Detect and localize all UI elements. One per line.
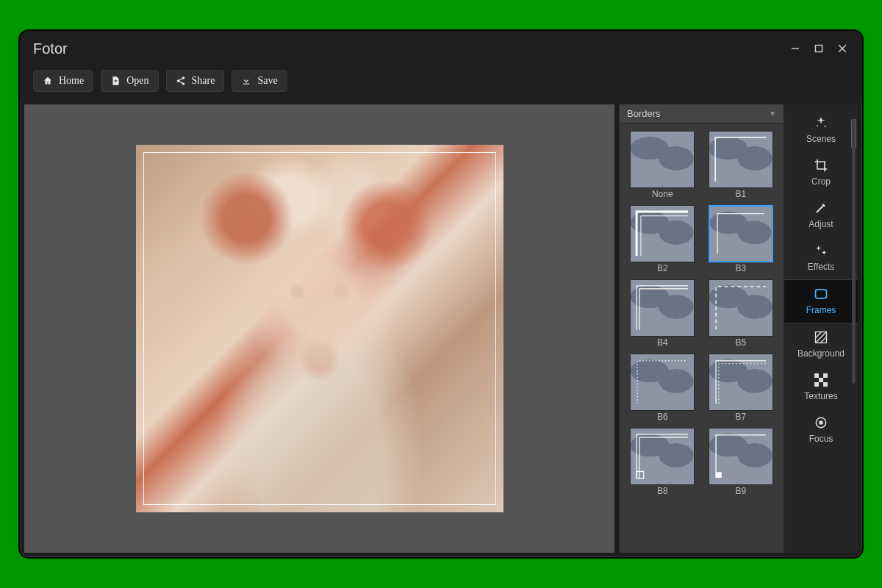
tool-scenes[interactable]: Scenes [784,109,858,151]
titlebar: Fotor [20,31,862,66]
tool-sidebar: Scenes Crop Adjust Effects [784,104,858,553]
pencil-icon [813,200,829,216]
tool-focus[interactable]: Focus [784,409,858,451]
border-thumb-b1[interactable]: B1 [706,131,777,199]
tool-label: Background [797,348,845,359]
checker-icon [813,372,829,388]
toolbar: Home Open Share Save [20,66,862,100]
window-controls [789,42,849,55]
home-button[interactable]: Home [33,70,93,92]
tool-label: Scenes [806,134,836,144]
canvas-area[interactable] [24,104,614,553]
save-button[interactable]: Save [232,70,287,92]
sparkle-icon [813,115,829,131]
tool-crop[interactable]: Crop [784,151,858,194]
share-button[interactable]: Share [166,70,225,92]
tool-textures[interactable]: Textures [784,366,858,409]
svg-rect-11 [243,84,249,85]
minimize-button[interactable] [789,42,802,55]
tool-effects[interactable]: Effects [784,237,858,279]
border-thumb-b8[interactable]: B8 [627,428,698,496]
thumb-label: None [652,189,673,199]
tool-label: Frames [806,305,836,315]
thumb-label: B7 [735,412,746,422]
thumb-label: B5 [735,337,746,348]
svg-rect-24 [814,382,819,387]
svg-line-10 [179,82,182,84]
target-icon [813,415,829,431]
button-label: Save [257,75,277,87]
borders-panel: Borders ▼ None B1 B [619,104,784,553]
share-icon [176,76,186,86]
border-thumb-b6[interactable]: B6 [627,354,698,422]
frame-icon [813,286,829,302]
app-title: Fotor [33,40,68,57]
crop-icon [813,157,829,173]
border-thumb-b7[interactable]: B7 [706,354,777,422]
collapse-icon: ▼ [769,110,776,118]
svg-rect-23 [819,378,823,382]
maximize-button[interactable] [812,42,825,55]
svg-point-14 [825,126,826,127]
tool-adjust[interactable]: Adjust [784,194,858,237]
svg-rect-25 [823,382,828,387]
thumb-label: B4 [657,337,668,348]
svg-line-18 [816,332,827,343]
svg-rect-22 [823,373,828,378]
tool-label: Crop [811,176,831,187]
panel-header[interactable]: Borders ▼ [620,104,784,123]
stars-icon [813,243,829,259]
diagonal-stripe-icon [813,329,829,345]
home-icon [43,76,53,86]
border-thumb-b4[interactable]: B4 [627,279,698,348]
border-thumb-none[interactable]: None [627,131,698,199]
thumb-label: B8 [657,486,668,496]
workspace: Borders ▼ None B1 B [20,100,862,557]
button-label: Home [59,75,84,87]
svg-rect-16 [816,290,827,298]
button-label: Share [192,75,215,87]
tool-label: Focus [809,434,833,444]
app-window: Fotor Home Open [18,29,864,559]
canvas-image [136,145,503,512]
button-label: Open [126,75,148,87]
tool-frames[interactable]: Frames [784,279,858,323]
thumb-label: B2 [657,263,668,273]
border-thumb-b5[interactable]: B5 [706,279,777,348]
thumb-label: B3 [735,263,746,273]
panel-title: Borders [627,108,661,119]
thumb-label: B1 [735,189,746,199]
tool-label: Adjust [808,219,833,229]
open-button[interactable]: Open [101,70,158,92]
close-button[interactable] [836,42,849,55]
tool-label: Textures [804,391,837,401]
svg-point-27 [820,421,822,424]
image-overlay [136,145,503,512]
border-thumb-b9[interactable]: B9 [706,428,777,496]
border-thumb-grid: None B1 B2 [620,123,784,553]
tool-label: Effects [808,262,834,272]
thumb-label: B9 [735,486,746,496]
border-thumb-b3[interactable]: B3 [706,205,777,273]
svg-rect-21 [814,373,819,378]
svg-rect-5 [115,79,116,82]
thumb-label: B6 [657,412,668,422]
svg-line-9 [179,79,182,81]
download-icon [241,76,251,86]
border-thumb-b2[interactable]: B2 [627,205,698,273]
svg-point-15 [817,125,818,126]
tool-background[interactable]: Background [784,323,858,366]
scrollbar-thumb[interactable] [851,119,856,148]
plus-file-icon [110,76,121,86]
svg-rect-1 [816,46,822,52]
